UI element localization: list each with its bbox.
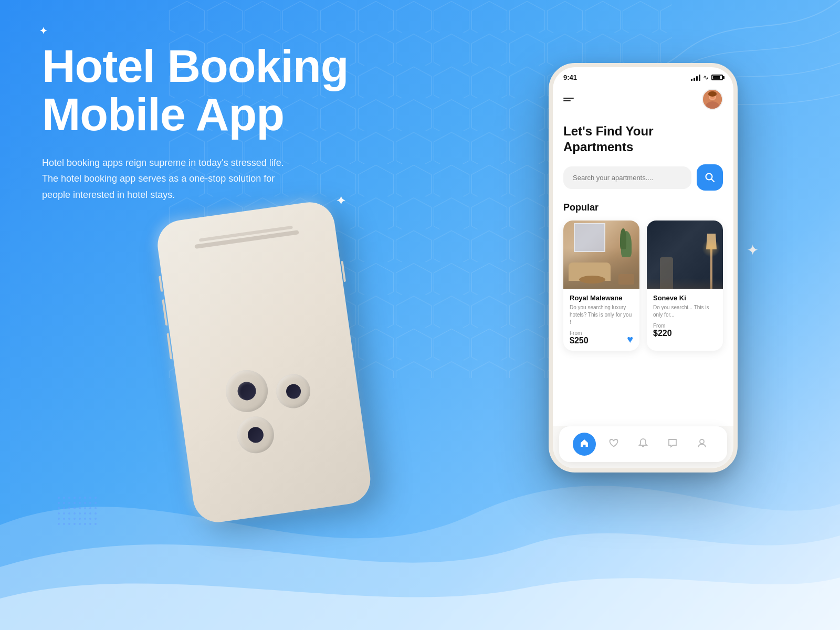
signal-icon [691,75,700,81]
status-bar: 9:41 ∿ [553,67,733,85]
card-price-row-1: From $250 ♥ [570,330,633,345]
heart-icon-filled[interactable]: ♥ [627,333,633,345]
menu-icon[interactable] [563,98,574,101]
nav-notifications[interactable] [632,433,655,456]
bell-icon [638,438,648,451]
search-icon [705,172,715,183]
phone-screen: 9:41 ∿ [553,67,733,468]
menu-line-1 [563,98,574,99]
user-icon [697,438,707,451]
phone-back-mockup [154,199,373,526]
bottom-navigation [559,426,727,462]
from-label-1: From [570,330,589,336]
find-apartments-title: Let's Find Your Apartments [563,123,723,155]
svg-line-10 [711,179,714,182]
card-price-row-2: From $220 [653,323,717,338]
heart-nav-icon [608,438,619,451]
card-info-2: Soneve Ki Do you searchi... This is only… [647,289,723,343]
menu-line-2 [563,100,571,101]
card-image-2 [647,220,723,289]
wifi-icon: ∿ [703,74,709,81]
nav-home[interactable] [573,433,596,456]
from-label-2: From [653,323,672,329]
battery-icon [711,75,723,80]
app-main-content: Let's Find Your Apartments Popular [553,118,733,426]
camera-lens-1 [223,368,270,415]
search-input[interactable] [563,166,691,189]
card-price-info-2: From $220 [653,323,672,338]
svg-point-8 [708,91,717,97]
card-info-1: Royal Malewane Do you searching luxury h… [563,289,639,351]
camera-lens-3 [274,372,312,410]
property-card-1[interactable]: Royal Malewane Do you searching luxury h… [563,220,639,351]
user-avatar[interactable] [702,89,723,110]
card-price-info-1: From $250 [570,330,589,345]
nav-profile[interactable] [690,433,713,456]
camera-module [223,362,318,457]
popular-section-title: Popular [563,202,723,213]
chat-icon [667,438,678,451]
room-window [574,223,605,252]
svg-point-11 [700,439,704,444]
room-table [579,276,605,284]
dot-grid [58,497,100,530]
nav-messages[interactable] [661,433,684,456]
property-card-2[interactable]: Soneve Ki Do you searchi... This is only… [647,220,723,351]
property-cards-row: Royal Malewane Do you searching luxury h… [563,220,723,351]
nav-favorites[interactable] [602,433,625,456]
sparkle-top: ✦ [39,25,47,37]
search-bar [563,164,723,191]
hero-content: Hotel Booking Mobile App Hotel booking a… [42,42,357,203]
phone-front-mockup: 9:41 ∿ [549,63,738,472]
app-header [553,85,733,118]
lamp-glow [702,239,720,257]
main-title: Hotel Booking Mobile App [42,42,357,139]
card-name-2: Soneve Ki [653,294,717,302]
subtitle-text: Hotel booking apps reign supreme in toda… [42,155,294,203]
card-desc-2: Do you searchi... This is only for... [653,304,717,319]
card-name-1: Royal Malewane [570,294,633,302]
home-icon [579,438,590,451]
camera-lens-2 [235,414,276,456]
card-price-1: $250 [570,336,589,345]
status-time: 9:41 [563,74,577,81]
star-right-decoration: ✦ [747,242,759,259]
status-icons: ∿ [691,74,723,81]
card-desc-1: Do you searching luxury hotels? This is … [570,304,633,326]
svg-rect-3 [58,497,100,528]
search-button[interactable] [697,164,723,191]
card-price-2: $220 [653,329,672,338]
card-image-1 [563,220,639,289]
